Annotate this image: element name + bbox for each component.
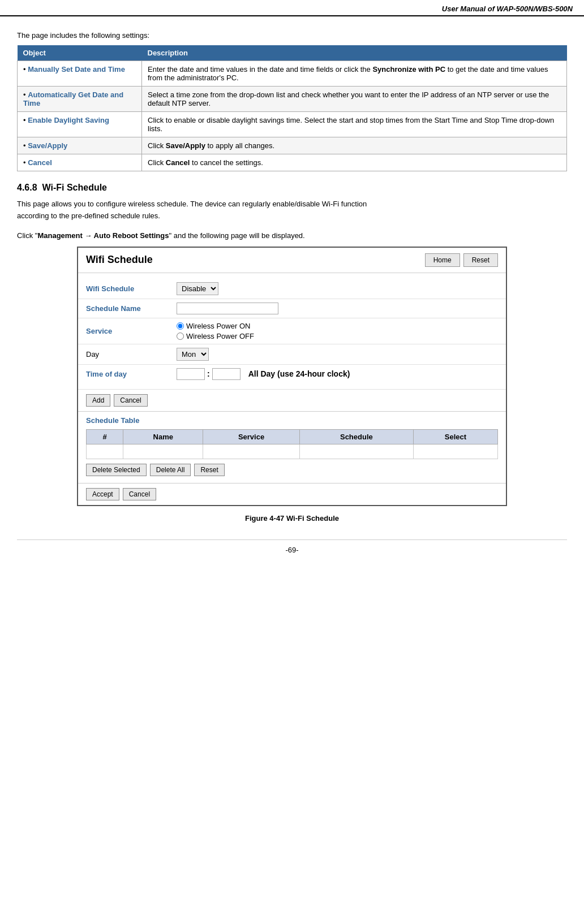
wifi-schedule-control: Disable Enable (177, 282, 498, 295)
desc-text-2: to apply all changes. (205, 141, 274, 150)
schedule-name-label: Schedule Name (86, 304, 177, 313)
time-minute-input[interactable] (212, 368, 241, 380)
radio-power-off-input[interactable] (177, 333, 184, 340)
bullet: • (23, 65, 28, 74)
click-instruction: Click "Management → Auto Reboot Settings… (17, 231, 567, 240)
bullet: • (23, 90, 28, 99)
empty-cell (87, 444, 123, 459)
intro-text: The page includes the following settings… (17, 31, 567, 40)
desc-text: Click to enable or disable daylight savi… (148, 116, 554, 133)
time-of-day-control: : All Day (use 24-hour clock) (177, 368, 498, 380)
object-cell: • Manually Set Date and Time (18, 61, 142, 87)
desc-cell: Enter the date and time values in the da… (142, 61, 567, 87)
time-of-day-label: Time of day (86, 370, 177, 378)
day-row: Day Mon Tue Wed Thu Fri Sat Sun (78, 344, 506, 365)
reset-table-button[interactable]: Reset (194, 464, 224, 476)
settings-table: Object Description • Manually Set Date a… (17, 45, 567, 171)
wifi-schedule-select[interactable]: Disable Enable (177, 282, 218, 295)
ws-header: Wifi Schedule Home Reset (78, 248, 506, 273)
desc-text-1: Click (148, 158, 166, 167)
schedule-table-title: Schedule Table (86, 416, 498, 425)
cancel-button[interactable]: Cancel (123, 488, 156, 500)
delete-all-button[interactable]: Delete All (150, 464, 191, 476)
col-hash: # (87, 429, 123, 444)
col-schedule: Schedule (299, 429, 413, 444)
desc-bold: Save/Apply (166, 141, 205, 150)
time-of-day-row: Time of day : All Day (use 24-hour clock… (78, 365, 506, 383)
obj-label: Save/Apply (28, 141, 67, 150)
cancel-form-button[interactable]: Cancel (114, 394, 147, 407)
obj-label: Enable Daylight Saving (28, 116, 109, 124)
table-row: • Manually Set Date and Time Enter the d… (18, 61, 567, 87)
service-control: Wireless Power ON Wireless Power OFF (177, 322, 498, 340)
service-row: Service Wireless Power ON Wireless Power… (78, 318, 506, 344)
reset-header-button[interactable]: Reset (463, 253, 498, 267)
day-label: Day (86, 350, 177, 359)
ws-title: Wifi Schedule (86, 254, 153, 266)
schedule-name-control (177, 303, 498, 314)
schedule-name-row: Schedule Name (78, 299, 506, 318)
col-select: Select (414, 429, 498, 444)
desc-text-1: Enter the date and time values in the da… (148, 65, 372, 74)
table-row: • Cancel Click Cancel to cancel the sett… (18, 154, 567, 171)
figure-caption: Figure 4-47 Wi-Fi Schedule (17, 514, 567, 523)
radio-power-on[interactable]: Wireless Power ON (177, 322, 498, 330)
empty-cell (123, 444, 203, 459)
wifi-schedule-box: Wifi Schedule Home Reset Wifi Schedule D… (77, 247, 507, 506)
col-name: Name (123, 429, 203, 444)
ws-header-btns: Home Reset (425, 253, 498, 267)
schedule-name-input[interactable] (177, 303, 278, 314)
object-cell: • Cancel (18, 154, 142, 171)
schedule-section: Schedule Table # Name Service Schedule S… (78, 411, 506, 481)
home-button[interactable]: Home (425, 253, 460, 267)
header-title: User Manual of WAP-500N/WBS-500N (442, 5, 573, 13)
accept-button[interactable]: Accept (86, 488, 119, 500)
section-heading: 4.6.8 Wi-Fi Schedule (17, 183, 567, 193)
time-note: All Day (use 24-hour clock) (248, 369, 350, 378)
management-link: Management → Auto Reboot Settings (37, 231, 169, 240)
figure-caption-text: Figure 4-47 Wi-Fi Schedule (245, 514, 339, 523)
desc-text-2: to cancel the settings. (190, 158, 263, 167)
time-colon: : (207, 369, 210, 378)
wifi-schedule-row: Wifi Schedule Disable Enable (78, 279, 506, 299)
bullet: • (23, 158, 28, 167)
object-cell: • Enable Daylight Saving (18, 112, 142, 137)
obj-label: Cancel (28, 158, 52, 167)
col-description: Description (142, 45, 567, 61)
desc-bold: Synchronize with PC (372, 65, 445, 74)
empty-cell (203, 444, 299, 459)
delete-selected-button[interactable]: Delete Selected (86, 464, 147, 476)
object-cell: • Save/Apply (18, 137, 142, 154)
desc-cell: Click Cancel to cancel the settings. (142, 154, 567, 171)
day-select[interactable]: Mon Tue Wed Thu Fri Sat Sun (177, 348, 209, 361)
radio-power-on-input[interactable] (177, 322, 184, 330)
obj-label: Manually Set Date and Time (28, 65, 125, 74)
service-radio-group: Wireless Power ON Wireless Power OFF (177, 322, 498, 340)
page-number: -69- (17, 539, 567, 554)
col-service: Service (203, 429, 299, 444)
table-row: • Automatically Get Date and Time Select… (18, 87, 567, 112)
empty-cell (299, 444, 413, 459)
wifi-schedule-label: Wifi Schedule (86, 284, 177, 293)
obj-label: Automatically Get Date and Time (23, 90, 123, 107)
ws-body: Wifi Schedule Disable Enable Schedule Na… (78, 273, 506, 389)
desc-bold: Cancel (166, 158, 190, 167)
desc-cell: Select a time zone from the drop-down li… (142, 87, 567, 112)
bullet: • (23, 141, 28, 150)
schedule-action-btns: Delete Selected Delete All Reset (86, 464, 498, 476)
desc-text-1: Click (148, 141, 166, 150)
radio-power-off[interactable]: Wireless Power OFF (177, 332, 498, 340)
page-content: The page includes the following settings… (0, 25, 584, 571)
page-header: User Manual of WAP-500N/WBS-500N (0, 0, 584, 16)
desc-text: Select a time zone from the drop-down li… (148, 90, 549, 107)
schedule-table-header-row: # Name Service Schedule Select (87, 429, 498, 444)
time-hour-input[interactable] (177, 368, 205, 380)
day-control: Mon Tue Wed Thu Fri Sat Sun (177, 348, 498, 361)
add-button[interactable]: Add (86, 394, 110, 407)
time-inputs: : All Day (use 24-hour clock) (177, 368, 498, 380)
schedule-inner-table: # Name Service Schedule Select (86, 429, 498, 459)
empty-cell (414, 444, 498, 459)
accept-cancel-row: Accept Cancel (78, 483, 506, 505)
section-desc: This page allows you to configure wirele… (17, 198, 567, 222)
add-cancel-row: Add Cancel (78, 389, 506, 411)
